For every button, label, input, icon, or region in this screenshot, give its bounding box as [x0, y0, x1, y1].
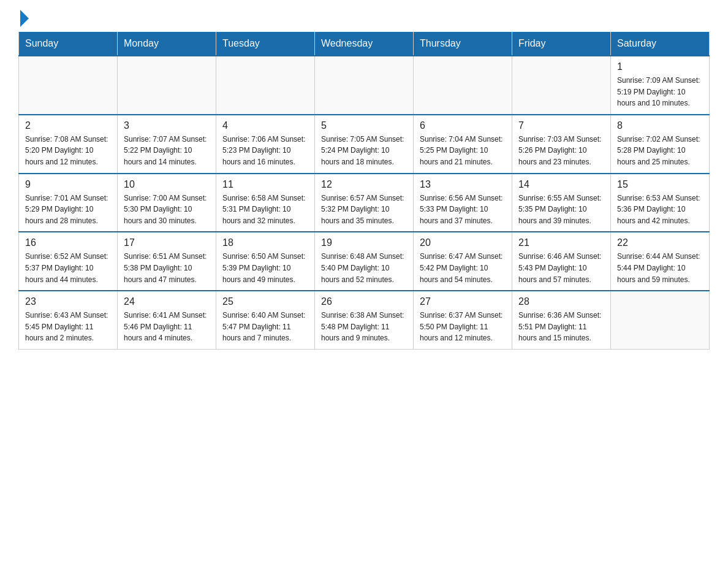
week-row-2: 2Sunrise: 7:08 AM Sunset: 5:20 PM Daylig… — [19, 115, 710, 174]
day-number: 5 — [321, 120, 407, 131]
week-row-5: 23Sunrise: 6:43 AM Sunset: 5:45 PM Dayli… — [19, 291, 710, 349]
calendar-cell — [216, 56, 315, 115]
day-info: Sunrise: 6:58 AM Sunset: 5:31 PM Dayligh… — [222, 193, 308, 227]
weekday-header-sunday: Sunday — [19, 32, 118, 56]
logo-triangle-icon — [20, 10, 29, 27]
day-info: Sunrise: 6:51 AM Sunset: 5:38 PM Dayligh… — [124, 251, 210, 285]
day-info: Sunrise: 6:50 AM Sunset: 5:39 PM Dayligh… — [222, 251, 308, 285]
day-number: 17 — [124, 237, 210, 248]
calendar-cell: 7Sunrise: 7:03 AM Sunset: 5:26 PM Daylig… — [512, 115, 611, 174]
calendar-cell — [19, 56, 118, 115]
calendar-cell: 20Sunrise: 6:47 AM Sunset: 5:42 PM Dayli… — [414, 232, 512, 291]
calendar-cell: 10Sunrise: 7:00 AM Sunset: 5:30 PM Dayli… — [118, 174, 216, 232]
weekday-header-tuesday: Tuesday — [216, 32, 315, 56]
weekday-header-thursday: Thursday — [414, 32, 512, 56]
day-number: 6 — [420, 120, 506, 131]
day-info: Sunrise: 6:53 AM Sunset: 5:36 PM Dayligh… — [617, 193, 703, 227]
calendar-cell: 17Sunrise: 6:51 AM Sunset: 5:38 PM Dayli… — [118, 232, 216, 291]
day-number: 23 — [25, 296, 111, 307]
day-number: 28 — [518, 296, 604, 307]
week-row-4: 16Sunrise: 6:52 AM Sunset: 5:37 PM Dayli… — [19, 232, 710, 291]
day-number: 21 — [518, 237, 604, 248]
day-number: 12 — [321, 179, 407, 190]
day-info: Sunrise: 7:02 AM Sunset: 5:28 PM Dayligh… — [617, 134, 703, 168]
calendar-cell: 21Sunrise: 6:46 AM Sunset: 5:43 PM Dayli… — [512, 232, 611, 291]
day-info: Sunrise: 7:03 AM Sunset: 5:26 PM Dayligh… — [518, 134, 604, 168]
day-number: 4 — [222, 120, 308, 131]
day-info: Sunrise: 6:37 AM Sunset: 5:50 PM Dayligh… — [420, 310, 506, 344]
calendar-cell: 19Sunrise: 6:48 AM Sunset: 5:40 PM Dayli… — [315, 232, 414, 291]
calendar-cell: 24Sunrise: 6:41 AM Sunset: 5:46 PM Dayli… — [118, 291, 216, 349]
day-info: Sunrise: 6:41 AM Sunset: 5:46 PM Dayligh… — [124, 310, 210, 344]
day-number: 20 — [420, 237, 506, 248]
day-info: Sunrise: 7:00 AM Sunset: 5:30 PM Dayligh… — [124, 193, 210, 227]
calendar-cell: 5Sunrise: 7:05 AM Sunset: 5:24 PM Daylig… — [315, 115, 414, 174]
day-info: Sunrise: 7:07 AM Sunset: 5:22 PM Dayligh… — [124, 134, 210, 168]
day-number: 7 — [518, 120, 604, 131]
logo-general-text — [18, 12, 29, 27]
day-info: Sunrise: 6:40 AM Sunset: 5:47 PM Dayligh… — [222, 310, 308, 344]
page-header — [18, 12, 710, 26]
logo — [18, 12, 29, 26]
week-row-1: 1Sunrise: 7:09 AM Sunset: 5:19 PM Daylig… — [19, 56, 710, 115]
calendar-cell: 12Sunrise: 6:57 AM Sunset: 5:32 PM Dayli… — [315, 174, 414, 232]
day-info: Sunrise: 6:36 AM Sunset: 5:51 PM Dayligh… — [518, 310, 604, 344]
day-number: 25 — [222, 296, 308, 307]
calendar-cell: 28Sunrise: 6:36 AM Sunset: 5:51 PM Dayli… — [512, 291, 611, 349]
calendar-cell: 11Sunrise: 6:58 AM Sunset: 5:31 PM Dayli… — [216, 174, 315, 232]
weekday-header-row: SundayMondayTuesdayWednesdayThursdayFrid… — [19, 32, 710, 56]
calendar-cell — [118, 56, 216, 115]
day-info: Sunrise: 7:04 AM Sunset: 5:25 PM Dayligh… — [420, 134, 506, 168]
calendar-cell: 6Sunrise: 7:04 AM Sunset: 5:25 PM Daylig… — [414, 115, 512, 174]
weekday-header-monday: Monday — [118, 32, 216, 56]
day-number: 8 — [617, 120, 703, 131]
calendar-cell: 2Sunrise: 7:08 AM Sunset: 5:20 PM Daylig… — [19, 115, 118, 174]
day-info: Sunrise: 6:55 AM Sunset: 5:35 PM Dayligh… — [518, 193, 604, 227]
calendar-table: SundayMondayTuesdayWednesdayThursdayFrid… — [18, 32, 710, 350]
calendar-cell: 15Sunrise: 6:53 AM Sunset: 5:36 PM Dayli… — [611, 174, 710, 232]
day-number: 2 — [25, 120, 111, 131]
day-number: 26 — [321, 296, 407, 307]
calendar-cell: 27Sunrise: 6:37 AM Sunset: 5:50 PM Dayli… — [414, 291, 512, 349]
day-number: 13 — [420, 179, 506, 190]
calendar-cell: 18Sunrise: 6:50 AM Sunset: 5:39 PM Dayli… — [216, 232, 315, 291]
day-number: 3 — [124, 120, 210, 131]
day-info: Sunrise: 6:38 AM Sunset: 5:48 PM Dayligh… — [321, 310, 407, 344]
calendar-cell — [512, 56, 611, 115]
day-number: 14 — [518, 179, 604, 190]
calendar-cell — [315, 56, 414, 115]
day-info: Sunrise: 7:08 AM Sunset: 5:20 PM Dayligh… — [25, 134, 111, 168]
day-number: 27 — [420, 296, 506, 307]
day-info: Sunrise: 6:48 AM Sunset: 5:40 PM Dayligh… — [321, 251, 407, 285]
day-info: Sunrise: 6:56 AM Sunset: 5:33 PM Dayligh… — [420, 193, 506, 227]
weekday-header-friday: Friday — [512, 32, 611, 56]
day-info: Sunrise: 6:46 AM Sunset: 5:43 PM Dayligh… — [518, 251, 604, 285]
day-info: Sunrise: 6:44 AM Sunset: 5:44 PM Dayligh… — [617, 251, 703, 285]
day-info: Sunrise: 6:57 AM Sunset: 5:32 PM Dayligh… — [321, 193, 407, 227]
calendar-cell: 14Sunrise: 6:55 AM Sunset: 5:35 PM Dayli… — [512, 174, 611, 232]
calendar-cell: 13Sunrise: 6:56 AM Sunset: 5:33 PM Dayli… — [414, 174, 512, 232]
day-info: Sunrise: 6:47 AM Sunset: 5:42 PM Dayligh… — [420, 251, 506, 285]
day-number: 16 — [25, 237, 111, 248]
calendar-cell — [414, 56, 512, 115]
day-info: Sunrise: 7:01 AM Sunset: 5:29 PM Dayligh… — [25, 193, 111, 227]
day-info: Sunrise: 6:52 AM Sunset: 5:37 PM Dayligh… — [25, 251, 111, 285]
calendar-cell — [611, 291, 710, 349]
calendar-cell: 26Sunrise: 6:38 AM Sunset: 5:48 PM Dayli… — [315, 291, 414, 349]
week-row-3: 9Sunrise: 7:01 AM Sunset: 5:29 PM Daylig… — [19, 174, 710, 232]
day-info: Sunrise: 6:43 AM Sunset: 5:45 PM Dayligh… — [25, 310, 111, 344]
day-number: 22 — [617, 237, 703, 248]
weekday-header-wednesday: Wednesday — [315, 32, 414, 56]
day-number: 1 — [617, 61, 703, 72]
weekday-header-saturday: Saturday — [611, 32, 710, 56]
day-info: Sunrise: 7:09 AM Sunset: 5:19 PM Dayligh… — [617, 75, 703, 109]
calendar-cell: 4Sunrise: 7:06 AM Sunset: 5:23 PM Daylig… — [216, 115, 315, 174]
day-number: 18 — [222, 237, 308, 248]
day-number: 19 — [321, 237, 407, 248]
day-number: 9 — [25, 179, 111, 190]
calendar-cell: 1Sunrise: 7:09 AM Sunset: 5:19 PM Daylig… — [611, 56, 710, 115]
calendar-cell: 16Sunrise: 6:52 AM Sunset: 5:37 PM Dayli… — [19, 232, 118, 291]
day-number: 15 — [617, 179, 703, 190]
day-number: 10 — [124, 179, 210, 190]
day-number: 24 — [124, 296, 210, 307]
